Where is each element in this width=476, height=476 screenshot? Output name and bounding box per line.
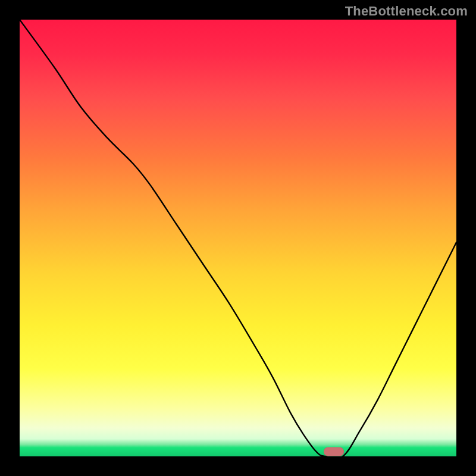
chart-frame: TheBottleneck.com — [0, 0, 476, 476]
spectrum-gradient — [20, 20, 456, 456]
optimal-marker — [324, 447, 344, 456]
plot-area — [20, 20, 456, 456]
watermark-label: TheBottleneck.com — [345, 4, 468, 19]
